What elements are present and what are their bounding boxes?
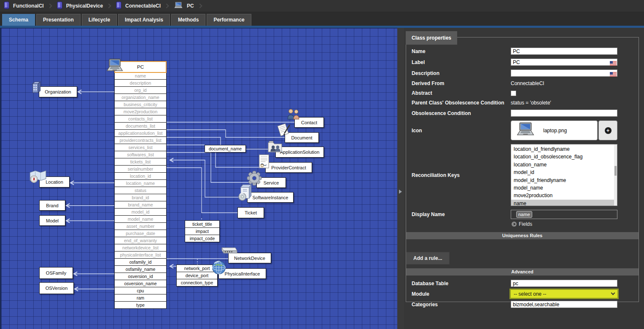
pc-attribute-row[interactable]: services_list <box>114 144 167 151</box>
class-node-contact[interactable]: Contact <box>294 117 324 128</box>
attribute-row[interactable]: ticket_title <box>185 220 220 228</box>
display-name-field[interactable]: name <box>511 210 617 219</box>
pc-attribute-row[interactable]: description <box>114 79 167 87</box>
display-name-chip[interactable]: name <box>516 211 532 218</box>
derived-from-label: Derived From <box>412 80 511 86</box>
abstract-checkbox[interactable] <box>511 91 516 96</box>
fields-toggle[interactable]: Fields <box>512 221 618 227</box>
class-node-pc[interactable]: PC <box>114 61 167 73</box>
pc-attribute-row[interactable]: ram <box>114 294 167 302</box>
pc-attribute-row[interactable]: osversion_id <box>114 273 167 280</box>
breadcrumb-item-functionalci[interactable]: FunctionalCI <box>3 1 44 11</box>
label-input[interactable] <box>511 59 617 66</box>
reconciliation-key-item[interactable]: location_name <box>511 161 617 169</box>
pc-attribute-row[interactable]: status <box>114 187 167 194</box>
attribute-row[interactable]: document_name <box>205 145 246 152</box>
pc-attribute-row[interactable]: applicationsolution_list <box>114 129 167 137</box>
class-node-model[interactable]: Model <box>39 215 65 226</box>
name-label: Name <box>412 48 511 54</box>
pc-attribute-row[interactable]: physicalinterface_list <box>114 251 167 259</box>
name-input[interactable] <box>511 48 617 55</box>
class-node-brand[interactable]: Brand <box>39 200 65 211</box>
class-node-physicalinterface[interactable]: PhysicalInterface <box>218 268 266 279</box>
schema-canvas[interactable]: PC namedescriptionorg_idorganization_nam… <box>0 28 397 329</box>
reconciliation-key-item[interactable]: move2production <box>511 192 617 199</box>
pc-attribute-row[interactable]: providercontracts_list <box>114 136 167 144</box>
pc-attribute-row[interactable]: osversion_name <box>114 280 167 287</box>
pc-attribute-row[interactable]: brand_id <box>114 194 167 201</box>
class-node-networkdevice[interactable]: NetworkDevice <box>228 253 271 263</box>
pc-attribute-row[interactable]: model_name <box>114 215 167 223</box>
attribute-row[interactable]: network_port <box>176 265 218 272</box>
collapse-panel-handle[interactable] <box>399 190 402 194</box>
class-node-osfamily[interactable]: OSFamily <box>39 267 73 279</box>
class-node-osversion[interactable]: OSVersion <box>39 282 74 294</box>
database-table-input[interactable] <box>511 280 617 287</box>
pc-attribute-row[interactable]: contacts_list <box>114 115 167 123</box>
pc-attribute-row[interactable]: business_criticity <box>114 101 167 108</box>
pc-attribute-row[interactable]: name <box>114 72 167 80</box>
pc-attribute-row[interactable]: end_of_warranty <box>114 237 167 244</box>
add-icon-button[interactable]: + <box>598 120 617 140</box>
attribute-row[interactable]: device_port <box>176 272 218 279</box>
pc-attribute-row[interactable]: tickets_list <box>114 158 167 166</box>
class-node-location[interactable]: Location <box>39 177 70 187</box>
class-node-applicationsolution[interactable]: ApplicationSolution <box>275 147 324 158</box>
reconciliation-keys-listbox[interactable]: location_id_friendlynamelocation_id_obso… <box>511 144 617 206</box>
breadcrumb-item-pc[interactable]: PC <box>173 2 194 11</box>
reconciliation-key-item[interactable]: model_name <box>511 184 617 192</box>
reconciliation-key-item[interactable]: model_id_friendlyname <box>511 177 617 184</box>
pc-attribute-row[interactable]: networkdevice_list <box>114 244 167 251</box>
breadcrumb-item-physicaldevice[interactable]: PhysicalDevice <box>57 1 103 11</box>
categories-label: Categories <box>412 302 511 308</box>
pc-attribute-row[interactable]: serialnumber <box>114 165 167 173</box>
reconciliation-keys-label: Reconciliation Keys <box>412 172 511 178</box>
attribute-row[interactable]: impact <box>185 227 220 235</box>
tab[interactable]: Lifecycle <box>82 14 117 26</box>
pc-attribute-row[interactable]: softwares_list <box>114 151 167 158</box>
pc-attribute-row[interactable]: model_id <box>114 208 167 216</box>
class-node-softwareinstance[interactable]: SoftwareInstance <box>247 192 294 203</box>
class-node-document[interactable]: Document <box>285 132 319 143</box>
icon-file-display[interactable]: laptop.png <box>511 120 598 140</box>
tab[interactable]: Impact Analysis <box>118 14 170 26</box>
pc-attribute-row[interactable]: osfamily_name <box>114 265 167 273</box>
pc-attribute-row[interactable]: osfamily_id <box>114 258 167 266</box>
pc-attribute-row[interactable]: location_id <box>114 172 167 180</box>
pc-attribute-row[interactable]: documents_list <box>114 122 167 130</box>
attribute-row[interactable]: impact_code <box>185 235 220 242</box>
pc-attribute-row[interactable]: asset_number <box>114 222 167 230</box>
attribute-row[interactable]: connection_type <box>176 279 218 286</box>
pc-attribute-row[interactable]: move2production <box>114 108 167 115</box>
class-node-providercontract[interactable]: ProviderContract <box>265 162 312 173</box>
pc-attribute-row[interactable]: cpu <box>114 287 167 294</box>
breadcrumb-item-connectableci[interactable]: ConnectableCI <box>116 1 161 11</box>
reconciliation-key-item[interactable]: name <box>511 200 617 206</box>
reconciliation-key-item[interactable]: model_id <box>511 169 617 176</box>
pc-attribute-row[interactable]: brand_name <box>114 201 167 209</box>
description-input[interactable] <box>511 70 617 77</box>
pc-attribute-row[interactable]: purchase_date <box>114 230 167 237</box>
advanced-header: Advanced <box>406 268 639 276</box>
module-select[interactable]: -- select one -- <box>511 290 617 298</box>
listbox-scrollbar[interactable] <box>614 144 617 206</box>
tab[interactable]: Presentation <box>36 14 81 26</box>
pc-attribute-row[interactable]: organization_name <box>114 94 167 101</box>
reconciliation-key-item[interactable]: location_id_obsolescence_flag <box>511 153 617 160</box>
database-table-label: Database Table <box>412 281 511 286</box>
us-flag-icon[interactable] <box>610 60 617 67</box>
obsolescence-input[interactable] <box>511 110 617 117</box>
tab[interactable]: Methods <box>171 14 205 26</box>
us-flag-icon[interactable] <box>610 71 617 78</box>
pc-attribute-row[interactable]: type <box>114 301 167 309</box>
tab[interactable]: Performance <box>207 14 251 26</box>
pc-attribute-row[interactable]: location_name <box>114 179 167 187</box>
pc-attribute-row[interactable]: org_id <box>114 86 167 94</box>
categories-input[interactable] <box>511 301 617 308</box>
tab[interactable]: Schema <box>2 14 35 26</box>
class-node-service[interactable]: Service <box>256 177 286 188</box>
reconciliation-key-item[interactable]: location_id_friendlyname <box>511 145 617 153</box>
class-node-ticket[interactable]: Ticket <box>237 207 264 218</box>
add-rule-button[interactable]: Add a rule... <box>406 252 450 265</box>
class-node-organization[interactable]: Organization <box>39 86 77 97</box>
